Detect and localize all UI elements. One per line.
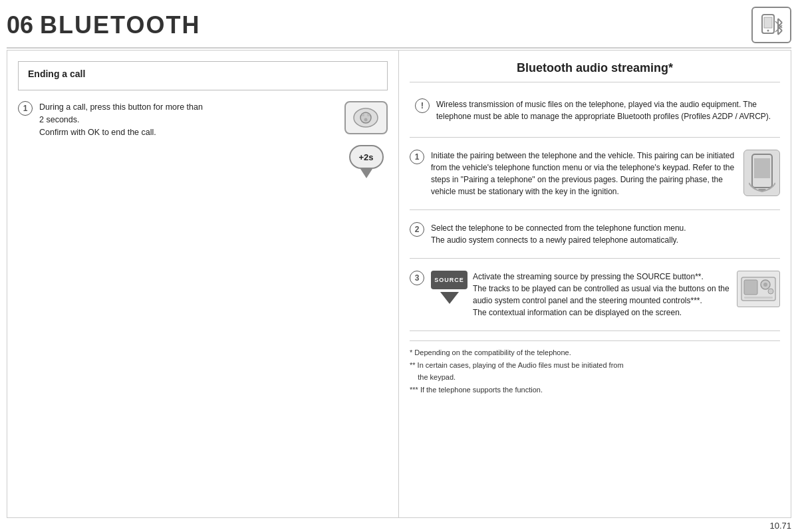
right-step3-badge: 3 bbox=[410, 271, 424, 285]
ending-call-heading: Ending a call bbox=[28, 68, 378, 79]
divider3 bbox=[410, 258, 780, 259]
right-step3: 3 SOURCE Activate the streaming source b… bbox=[410, 268, 780, 321]
right-step1-badge: 1 bbox=[410, 150, 424, 164]
main-content: Ending a call 1 During a call, press thi… bbox=[7, 50, 791, 518]
left-step1-content: During a call, press this button for mor… bbox=[39, 101, 388, 178]
right-step3-text: Activate the streaming source by pressin… bbox=[473, 271, 732, 319]
svg-rect-16 bbox=[754, 158, 770, 178]
svg-rect-1 bbox=[764, 17, 772, 28]
svg-point-14 bbox=[364, 118, 368, 121]
timer-arrow bbox=[360, 169, 372, 178]
page-header: 06 BLUETOOTH bbox=[7, 0, 791, 49]
source-button: SOURCE bbox=[431, 271, 467, 289]
svg-point-21 bbox=[763, 283, 767, 287]
note-badge: ! bbox=[415, 98, 430, 113]
right-step1: 1 Initiate the pairing between the telep… bbox=[410, 147, 780, 200]
divider2 bbox=[410, 209, 780, 210]
right-step3-inner: SOURCE Activate the streaming source by … bbox=[431, 271, 780, 319]
phone-button-sketch bbox=[344, 101, 388, 134]
right-column: Bluetooth audio streaming* ! Wireless tr… bbox=[399, 51, 791, 517]
step1-badge: 1 bbox=[18, 101, 33, 116]
footnotes: * Depending on the compatibility of the … bbox=[410, 340, 780, 396]
svg-rect-19 bbox=[744, 280, 757, 295]
note-row: ! Wireless transmission of music files o… bbox=[410, 93, 780, 128]
source-illustration: SOURCE bbox=[431, 271, 467, 304]
svg-point-11 bbox=[360, 112, 371, 123]
left-column: Ending a call 1 During a call, press thi… bbox=[7, 51, 399, 517]
page-wrapper: 06 BLUETOOTH bbox=[7, 0, 791, 532]
right-step1-text: Initiate the pairing between the telepho… bbox=[431, 150, 737, 198]
svg-rect-23 bbox=[744, 297, 773, 299]
right-step2-text: Select the telephone to be connected fro… bbox=[431, 222, 780, 246]
step1-text: During a call, press this button for mor… bbox=[39, 101, 336, 138]
header-title-area: 06 BLUETOOTH bbox=[7, 11, 200, 39]
svg-point-13 bbox=[367, 114, 370, 116]
ending-call-section: Ending a call bbox=[18, 61, 388, 90]
phone-image bbox=[743, 150, 780, 196]
button-illustration: +2s bbox=[344, 101, 388, 178]
note-text: Wireless transmission of music files on … bbox=[436, 98, 775, 122]
streaming-title: Bluetooth audio streaming* bbox=[410, 61, 780, 82]
footnote2: ** In certain cases, playing of the Audi… bbox=[410, 359, 780, 384]
left-step1: 1 During a call, press this button for m… bbox=[18, 98, 388, 181]
chapter-number: 06 bbox=[7, 11, 33, 39]
svg-point-12 bbox=[362, 114, 364, 116]
footnote1: * Depending on the compatibility of the … bbox=[410, 346, 780, 359]
right-step2: 2 Select the telephone to be connected f… bbox=[410, 219, 780, 249]
chapter-title: BLUETOOTH bbox=[40, 11, 200, 39]
page-number: 10.71 bbox=[7, 518, 791, 532]
source-arrow bbox=[440, 292, 459, 304]
timer-illustration: +2s bbox=[349, 145, 384, 178]
svg-point-22 bbox=[768, 289, 773, 294]
timer-text: +2s bbox=[349, 145, 384, 169]
divider1 bbox=[410, 137, 780, 138]
radio-image bbox=[737, 271, 780, 307]
footnote3: *** If the telephone supports the functi… bbox=[410, 384, 780, 396]
divider4 bbox=[410, 331, 780, 331]
right-step2-badge: 2 bbox=[410, 222, 424, 237]
bluetooth-icon bbox=[751, 7, 791, 43]
svg-point-2 bbox=[767, 29, 769, 31]
